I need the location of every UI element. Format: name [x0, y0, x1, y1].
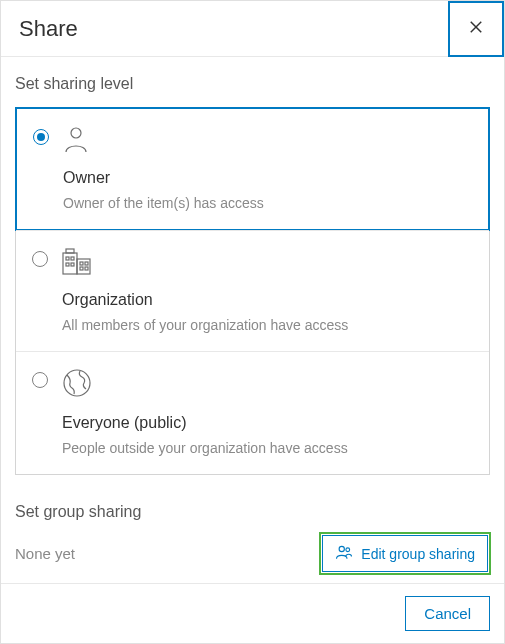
group-sharing-title: Set group sharing [15, 503, 490, 521]
close-icon [467, 18, 485, 40]
option-desc: Owner of the item(s) has access [63, 195, 472, 211]
option-label: Owner [63, 169, 472, 187]
sharing-level-options: Owner Owner of the item(s) has access [15, 107, 490, 475]
person-icon [63, 125, 472, 153]
svg-rect-13 [85, 267, 88, 270]
group-sharing-row: None yet Edit group sharing [15, 535, 490, 572]
svg-point-16 [346, 548, 350, 552]
svg-point-2 [71, 128, 81, 138]
svg-point-15 [339, 546, 344, 551]
option-label: Everyone (public) [62, 414, 473, 432]
dialog-content: Set sharing level Owner Owner of the ite… [1, 57, 504, 583]
group-status: None yet [15, 545, 75, 562]
option-desc: People outside your organization have ac… [62, 440, 473, 456]
svg-rect-5 [66, 249, 74, 253]
option-organization[interactable]: Organization All members of your organiz… [16, 230, 489, 351]
svg-rect-3 [63, 253, 77, 274]
option-public[interactable]: Everyone (public) People outside your or… [16, 351, 489, 474]
edit-group-label: Edit group sharing [361, 546, 475, 562]
group-icon [335, 543, 353, 564]
building-icon [62, 247, 473, 275]
svg-rect-12 [80, 267, 83, 270]
svg-rect-8 [66, 263, 69, 266]
option-label: Organization [62, 291, 473, 309]
svg-rect-6 [66, 257, 69, 260]
option-owner[interactable]: Owner Owner of the item(s) has access [15, 107, 490, 231]
radio-owner[interactable] [33, 129, 49, 145]
share-dialog: Share Set sharing level [0, 0, 505, 644]
close-button[interactable] [448, 1, 504, 57]
option-desc: All members of your organization have ac… [62, 317, 473, 333]
edit-group-sharing-button[interactable]: Edit group sharing [322, 535, 488, 572]
svg-rect-7 [71, 257, 74, 260]
option-body: Everyone (public) People outside your or… [62, 368, 473, 456]
option-body: Organization All members of your organiz… [62, 247, 473, 333]
radio-organization[interactable] [32, 251, 48, 267]
radio-public[interactable] [32, 372, 48, 388]
svg-rect-9 [71, 263, 74, 266]
dialog-header: Share [1, 1, 504, 57]
globe-icon [62, 368, 473, 398]
dialog-footer: Cancel [1, 583, 504, 643]
svg-rect-11 [85, 262, 88, 265]
cancel-button[interactable]: Cancel [405, 596, 490, 631]
svg-rect-10 [80, 262, 83, 265]
option-body: Owner Owner of the item(s) has access [63, 125, 472, 211]
svg-point-14 [64, 370, 90, 396]
sharing-level-title: Set sharing level [15, 75, 490, 93]
dialog-title: Share [1, 16, 78, 42]
